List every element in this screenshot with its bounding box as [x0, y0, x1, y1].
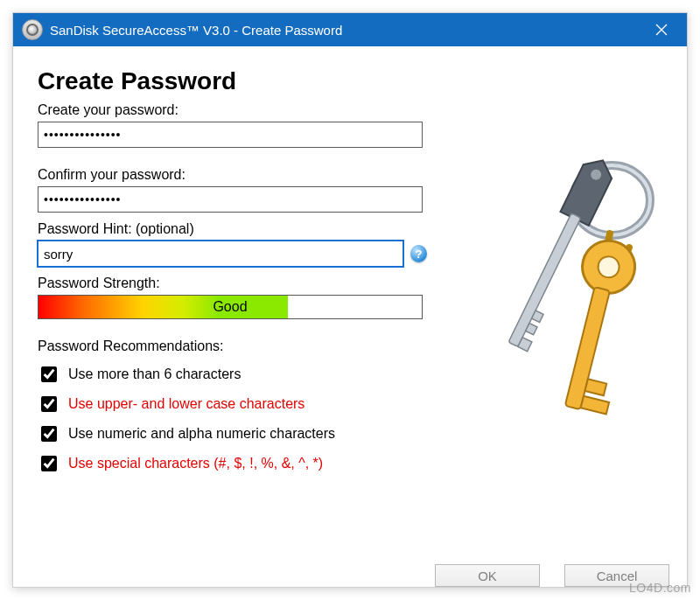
svg-rect-9: [518, 338, 532, 352]
confirm-password-label: Confirm your password:: [38, 167, 427, 183]
svg-rect-8: [508, 213, 581, 347]
recommendation-item: Use upper- and lower case characters: [38, 389, 427, 419]
app-icon: [22, 19, 43, 40]
password-hint-label: Password Hint: (optional): [38, 221, 427, 237]
form-column: Create your password: Confirm your passw…: [38, 102, 427, 478]
recommendation-item: Use more than 6 characters: [38, 359, 427, 389]
confirm-password-input[interactable]: [38, 186, 423, 213]
ok-button[interactable]: OK: [435, 564, 540, 587]
password-strength-meter: Good: [38, 295, 423, 319]
svg-rect-4: [565, 287, 610, 409]
recommendation-text: Use numeric and alpha numeric characters: [68, 426, 335, 442]
recommendation-checkbox[interactable]: [41, 366, 57, 382]
window-title: SanDisk SecureAccess™ V3.0 - Create Pass…: [50, 23, 641, 38]
svg-rect-5: [584, 379, 606, 395]
recommendation-text: Use more than 6 characters: [68, 366, 241, 382]
recommendation-text: Use upper- and lower case characters: [68, 396, 304, 412]
recommendation-checkbox[interactable]: [41, 426, 57, 442]
create-password-label: Create your password:: [38, 102, 427, 118]
password-hint-input[interactable]: [38, 241, 403, 267]
recommendation-text: Use special characters (#, $, !, %, &, ^…: [68, 456, 323, 471]
dialog-window: SanDisk SecureAccess™ V3.0 - Create Pass…: [12, 12, 688, 588]
svg-point-2: [577, 235, 640, 299]
titlebar: SanDisk SecureAccess™ V3.0 - Create Pass…: [13, 13, 687, 46]
recommendations-label: Password Recommendations:: [38, 338, 427, 354]
strength-text: Good: [38, 296, 422, 318]
svg-point-1: [573, 165, 650, 235]
dialog-content: Create Password Create your password: Co…: [13, 46, 687, 587]
recommendation-checkbox[interactable]: [41, 396, 57, 412]
close-icon[interactable]: [641, 13, 682, 46]
svg-point-7: [589, 168, 603, 182]
keys-illustration: [447, 150, 675, 429]
page-title: Create Password: [38, 67, 662, 95]
create-password-input[interactable]: [38, 122, 423, 148]
svg-rect-10: [526, 323, 537, 334]
watermark: LO4D.com: [629, 581, 691, 595]
svg-rect-11: [532, 310, 543, 322]
help-icon[interactable]: ?: [410, 245, 427, 262]
svg-point-0: [573, 165, 650, 235]
recommendation-item: Use special characters (#, $, !, %, &, ^…: [38, 449, 427, 478]
recommendation-checkbox[interactable]: [41, 456, 57, 471]
password-strength-label: Password Strength:: [38, 276, 427, 291]
svg-rect-6: [581, 396, 609, 415]
recommendation-item: Use numeric and alpha numeric characters: [38, 419, 427, 449]
svg-point-3: [596, 255, 621, 280]
